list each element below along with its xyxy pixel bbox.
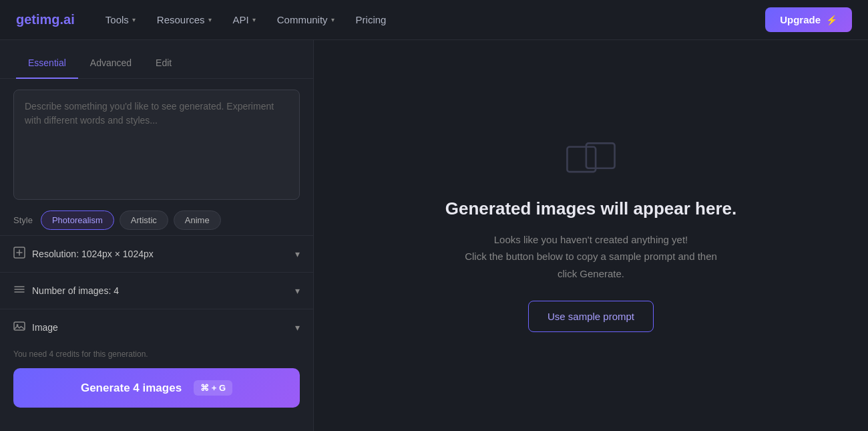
logo[interactable]: getimg.ai xyxy=(16,12,75,27)
generate-button[interactable]: Generate 4 images ⌘ + G xyxy=(13,368,300,408)
generate-label: Generate 4 images xyxy=(81,382,182,395)
nav-pricing[interactable]: Pricing xyxy=(347,9,396,31)
accordion-resolution-header[interactable]: Resolution: 1024px × 1024px ▾ xyxy=(13,236,300,272)
num-images-label: Number of images: 4 xyxy=(32,285,119,296)
style-label: Style xyxy=(13,215,33,225)
upgrade-label: Upgrade xyxy=(780,14,821,25)
nav-community[interactable]: Community ▾ xyxy=(268,9,344,31)
sample-prompt-button[interactable]: Use sample prompt xyxy=(528,301,654,332)
chevron-down-icon: ▾ xyxy=(132,16,136,23)
prompt-textarea[interactable] xyxy=(13,90,300,200)
upgrade-button[interactable]: Upgrade ⚡ xyxy=(765,7,852,32)
accordion-image: Image ▾ xyxy=(0,309,313,345)
chevron-down-icon: ▾ xyxy=(331,16,335,23)
chevron-down-icon: ▾ xyxy=(208,16,212,23)
nav-tools[interactable]: Tools ▾ xyxy=(96,9,145,31)
navbar: getimg.ai Tools ▾ Resources ▾ API ▾ Comm… xyxy=(0,0,868,40)
chevron-down-icon: ▾ xyxy=(252,16,256,23)
main-layout: Essential Advanced Edit Style Photoreali… xyxy=(0,40,868,431)
style-anime[interactable]: Anime xyxy=(174,210,221,230)
accordion-num-images: Number of images: 4 ▾ xyxy=(0,272,313,309)
chevron-down-icon: ▾ xyxy=(295,322,300,333)
num-images-icon xyxy=(13,283,25,298)
resolution-icon xyxy=(13,247,25,261)
tab-advanced[interactable]: Advanced xyxy=(78,51,144,79)
resolution-label: Resolution: 1024px × 1024px xyxy=(32,249,154,259)
left-panel: Essential Advanced Edit Style Photoreali… xyxy=(0,40,314,431)
nav-resources[interactable]: Resources ▾ xyxy=(148,9,221,31)
placeholder-title: Generated images will appear here. xyxy=(445,198,736,221)
right-panel: Generated images will appear here. Looks… xyxy=(314,40,868,431)
accordion-num-images-header[interactable]: Number of images: 4 ▾ xyxy=(13,273,300,309)
logo-text: getimg.ai xyxy=(16,12,75,27)
style-row: Style Photorealism Artistic Anime xyxy=(0,202,313,235)
style-artistic[interactable]: Artistic xyxy=(120,210,168,230)
generate-shortcut: ⌘ + G xyxy=(194,380,232,396)
tab-essential[interactable]: Essential xyxy=(16,51,78,79)
placeholder-desc: Looks like you haven't created anything … xyxy=(465,231,717,283)
svg-rect-4 xyxy=(14,322,25,330)
style-photorealism[interactable]: Photorealism xyxy=(41,210,114,230)
accordion-resolution: Resolution: 1024px × 1024px ▾ xyxy=(0,235,313,272)
generate-btn-wrapper: Generate 4 images ⌘ + G xyxy=(0,362,313,421)
nav-links: Tools ▾ Resources ▾ API ▾ Community ▾ Pr… xyxy=(96,9,765,31)
bolt-icon: ⚡ xyxy=(826,15,837,25)
placeholder-icon xyxy=(564,139,618,179)
image-label: Image xyxy=(32,322,58,333)
tab-bar: Essential Advanced Edit xyxy=(0,40,313,79)
chevron-down-icon: ▾ xyxy=(295,285,300,296)
tab-edit[interactable]: Edit xyxy=(144,51,184,79)
accordion-image-header[interactable]: Image ▾ xyxy=(13,309,300,345)
prompt-area xyxy=(13,90,300,202)
chevron-down-icon: ▾ xyxy=(295,249,300,259)
credits-text: You need 4 credits for this generation. xyxy=(0,345,313,362)
nav-api[interactable]: API ▾ xyxy=(224,9,265,31)
image-icon xyxy=(13,320,25,335)
